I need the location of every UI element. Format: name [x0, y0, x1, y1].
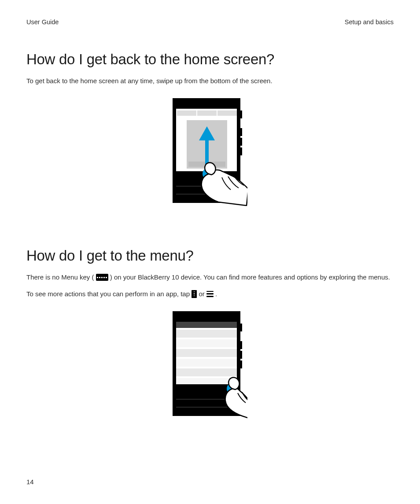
- svg-rect-3: [240, 138, 242, 146]
- menu-key-icon: [96, 274, 108, 281]
- svg-rect-25: [176, 339, 237, 347]
- body-text: To see more actions that you can perform…: [26, 289, 394, 299]
- svg-rect-4: [240, 147, 242, 155]
- hamburger-icon: [206, 291, 214, 297]
- more-vertical-icon: [192, 290, 197, 298]
- svg-rect-29: [176, 378, 237, 384]
- svg-rect-26: [176, 349, 237, 357]
- figure-swipe-up: [26, 98, 394, 208]
- svg-rect-20: [240, 351, 242, 359]
- svg-rect-18: [240, 324, 242, 331]
- figure-tap-menu: [26, 311, 394, 421]
- svg-rect-1: [240, 110, 242, 118]
- svg-rect-8: [217, 110, 237, 116]
- svg-rect-27: [176, 359, 237, 367]
- svg-rect-24: [176, 330, 237, 338]
- svg-rect-28: [176, 368, 237, 376]
- svg-rect-21: [240, 361, 242, 368]
- svg-rect-6: [177, 110, 196, 116]
- svg-rect-19: [240, 341, 242, 349]
- section-title-menu: How do I get to the menu?: [26, 247, 394, 264]
- body-text: To get back to the home screen at any ti…: [26, 76, 394, 86]
- page-number: 14: [26, 478, 34, 486]
- svg-rect-2: [240, 128, 242, 136]
- section-title-home: How do I get back to the home screen?: [26, 51, 394, 68]
- svg-rect-7: [197, 110, 217, 116]
- header-right: Setup and basics: [345, 18, 394, 26]
- body-text: There is no Menu key ( ) on your BlackBe…: [26, 272, 394, 282]
- svg-rect-23: [176, 322, 237, 328]
- header-left: User Guide: [26, 18, 59, 26]
